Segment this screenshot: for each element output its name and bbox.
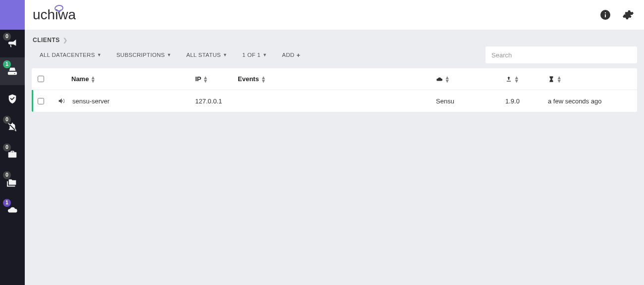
info-icon[interactable]	[599, 9, 611, 21]
row-time: a few seconds ago	[548, 97, 601, 105]
sort-icon	[446, 75, 449, 84]
sidebar-item-aggregates[interactable]: 0	[0, 168, 25, 196]
sidebar-item-datacenters[interactable]: 1	[0, 196, 25, 224]
hourglass-icon	[548, 76, 555, 83]
sidebar-badge-silenced: 0	[3, 116, 11, 124]
shield-check-icon	[7, 94, 18, 104]
table-row[interactable]: sensu-server 127.0.0.1 Sensu 1.9.0 a few…	[32, 90, 637, 112]
upload-icon	[505, 76, 512, 83]
header-name-label: Name	[71, 75, 89, 83]
sort-icon	[92, 75, 95, 84]
filter-status-label: ALL STATUS	[186, 52, 221, 58]
header-name[interactable]: Name	[71, 75, 195, 84]
caret-down-icon: ▼	[223, 52, 227, 57]
sidebar-item-stashes[interactable]: 0	[0, 141, 25, 168]
volume-icon	[57, 97, 65, 105]
clients-table: Name IP Events	[32, 68, 637, 112]
header-events-label: Events	[238, 75, 259, 83]
sidebar-badge-stashes: 0	[3, 143, 11, 151]
sidebar-item-checks[interactable]	[0, 85, 25, 113]
row-checkbox[interactable]	[38, 98, 44, 104]
main: uchiwa CLIENTS ❯ ALL DATACENTERS ▼	[25, 0, 644, 285]
gear-icon[interactable]	[622, 9, 634, 21]
row-ip: 127.0.0.1	[195, 97, 222, 105]
filter-status[interactable]: ALL STATUS ▼	[186, 51, 227, 59]
sort-icon	[515, 75, 518, 84]
sort-icon	[558, 75, 561, 84]
filter-subscriptions[interactable]: SUBSCRIPTIONS ▼	[116, 51, 171, 59]
header-ip-label: IP	[195, 75, 201, 83]
table-header: Name IP Events	[32, 68, 637, 90]
plus-icon: +	[296, 51, 300, 59]
pagination-select[interactable]: 1 OF 1 ▼	[242, 51, 267, 59]
sidebar-item-silenced[interactable]: 0	[0, 113, 25, 141]
header-time[interactable]	[548, 75, 631, 84]
brand-logo: uchiwa	[33, 7, 76, 23]
add-button[interactable]: ADD +	[282, 51, 300, 59]
caret-down-icon: ▼	[97, 52, 102, 57]
caret-down-icon: ▼	[263, 52, 267, 57]
sidebar-badge-datacenters: 1	[3, 199, 11, 207]
row-datacenter: Sensu	[436, 97, 454, 105]
chevron-right-icon: ❯	[63, 37, 68, 44]
row-name: sensu-server	[72, 97, 109, 105]
filter-subscriptions-label: SUBSCRIPTIONS	[116, 52, 165, 58]
header-ip[interactable]: IP	[195, 75, 238, 84]
topbar: uchiwa	[25, 0, 644, 30]
add-label: ADD	[282, 52, 294, 58]
search-input[interactable]	[485, 47, 637, 63]
sidebar-badge-clients: 1	[3, 60, 11, 68]
breadcrumb: CLIENTS ❯	[32, 37, 637, 44]
header-datacenter[interactable]	[436, 75, 505, 84]
breadcrumb-section[interactable]: CLIENTS	[33, 37, 60, 44]
filter-datacenters[interactable]: ALL DATACENTERS ▼	[40, 51, 102, 59]
sidebar: 0 1 0 0 0 1	[0, 0, 25, 285]
filter-datacenters-label: ALL DATACENTERS	[40, 52, 95, 58]
sidebar-logo-block	[0, 0, 25, 30]
header-version[interactable]	[505, 75, 548, 84]
row-version: 1.9.0	[505, 97, 520, 105]
select-all-checkbox[interactable]	[38, 76, 44, 82]
sidebar-badge-events: 0	[3, 33, 11, 41]
header-events[interactable]: Events	[238, 75, 436, 84]
pagination-label: 1 OF 1	[242, 52, 261, 58]
sort-icon	[204, 75, 207, 84]
sidebar-badge-aggregates: 0	[3, 171, 11, 179]
sidebar-item-events[interactable]: 0	[0, 30, 25, 57]
caret-down-icon: ▼	[167, 52, 171, 57]
sort-icon	[262, 75, 265, 84]
sidebar-item-clients[interactable]: 1	[0, 57, 25, 85]
cloud-icon	[436, 76, 443, 83]
